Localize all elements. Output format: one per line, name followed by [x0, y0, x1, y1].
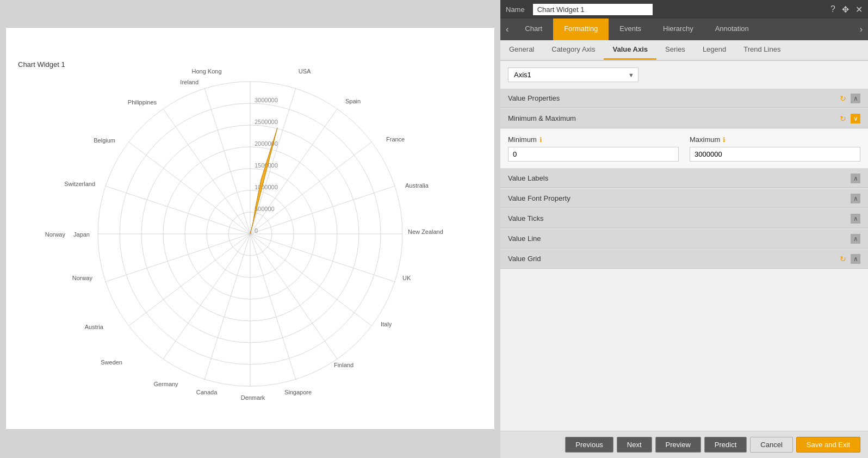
refresh-icon-minmax[interactable]: ↻	[840, 114, 846, 123]
collapse-btn-grid[interactable]: ∧	[851, 254, 860, 264]
close-icon[interactable]: ✕	[855, 4, 863, 15]
tab-annotation[interactable]: Annotation	[704, 18, 760, 40]
axis-select[interactable]: Axis1	[508, 67, 638, 82]
svg-text:New Zealand: New Zealand	[408, 228, 443, 235]
svg-text:Italy: Italy	[381, 321, 392, 327]
collapse-btn-line[interactable]: ∧	[851, 234, 860, 244]
svg-text:Hong Kong: Hong Kong	[191, 68, 221, 75]
minimum-field: Minimum ℹ	[508, 135, 679, 162]
right-panel: Name ? ✥ ✕ ‹ Chart Formatting Events Hie…	[500, 0, 868, 458]
svg-line-9	[250, 109, 337, 234]
svg-line-14	[250, 234, 371, 325]
minimum-label: Minimum ℹ	[508, 135, 679, 144]
tab-chart[interactable]: Chart	[514, 18, 553, 40]
collapse-btn-labels[interactable]: ∧	[851, 174, 860, 183]
next-button[interactable]: Next	[617, 437, 652, 453]
axis-selector: Axis1	[500, 61, 868, 89]
collapse-btn-minmax[interactable]: ∨	[851, 114, 860, 123]
svg-text:Ireland: Ireland	[180, 79, 199, 85]
section-icons-grid: ↻ ∧	[840, 254, 860, 264]
minmax-row: Minimum ℹ Maximum ℹ	[508, 135, 860, 162]
tab-arrow-right[interactable]: ›	[854, 18, 868, 40]
predict-button[interactable]: Predict	[704, 437, 747, 453]
header-icons: ? ✥ ✕	[830, 4, 863, 15]
section-value-line[interactable]: Value Line ∧	[500, 229, 868, 249]
svg-text:1000000: 1000000	[255, 184, 278, 190]
sections: Value Properties ↻ ∧ Minimum & Maximum ↻…	[500, 89, 868, 431]
section-value-font[interactable]: Value Font Property ∧	[500, 189, 868, 208]
minimum-input[interactable]	[508, 147, 679, 162]
refresh-icon-value-props[interactable]: ↻	[840, 94, 846, 103]
svg-line-13	[250, 234, 395, 282]
svg-line-19	[163, 234, 250, 359]
section-value-properties[interactable]: Value Properties ↻ ∧	[500, 89, 868, 108]
svg-text:France: France	[386, 136, 405, 143]
tab2-trend-lines[interactable]: Trend Lines	[735, 40, 789, 60]
section-icons-ticks: ∧	[851, 214, 860, 224]
svg-text:Norway: Norway	[45, 231, 66, 238]
svg-line-24	[129, 143, 250, 234]
tab2-category-axis[interactable]: Category Axis	[543, 40, 604, 60]
svg-line-25	[163, 109, 250, 234]
panel-footer: Previous Next Preview Predict Cancel Sav…	[500, 431, 868, 458]
refresh-icon-grid[interactable]: ↻	[840, 255, 846, 263]
name-label: Name	[506, 5, 525, 14]
tab2-series[interactable]: Series	[656, 40, 694, 60]
svg-text:Australia: Australia	[405, 182, 429, 189]
section-value-grid[interactable]: Value Grid ↻ ∧	[500, 249, 868, 269]
chart-container: Chart Widget 1	[5, 27, 495, 430]
tab2-value-axis[interactable]: Value Axis	[604, 40, 656, 60]
svg-text:500000: 500000	[255, 206, 275, 212]
help-icon[interactable]: ?	[830, 4, 835, 15]
svg-text:UK: UK	[402, 275, 411, 281]
svg-text:Japan: Japan	[73, 231, 90, 238]
tab2-legend[interactable]: Legend	[694, 40, 735, 60]
previous-button[interactable]: Previous	[565, 437, 613, 453]
maximum-info-icon[interactable]: ℹ	[723, 136, 726, 144]
svg-text:0: 0	[255, 227, 258, 234]
maximum-input[interactable]	[690, 147, 860, 162]
tabs-row2: General Category Axis Value Axis Series …	[500, 40, 868, 61]
cancel-button[interactable]: Cancel	[750, 437, 792, 453]
collapse-btn-ticks[interactable]: ∧	[851, 214, 860, 224]
svg-text:Norway: Norway	[72, 275, 93, 281]
tab-formatting[interactable]: Formatting	[553, 18, 609, 40]
minmax-content: Minimum ℹ Maximum ℹ	[500, 129, 868, 169]
tabs-row1: ‹ Chart Formatting Events Hierarchy Anno…	[500, 18, 868, 40]
maximum-field: Maximum ℹ	[690, 135, 860, 162]
section-icons-labels: ∧	[851, 174, 860, 183]
svg-text:2000000: 2000000	[255, 140, 278, 147]
svg-text:Sweden: Sweden	[101, 359, 122, 366]
svg-line-23	[106, 186, 250, 234]
chart-panel: Chart Widget 1	[0, 0, 500, 458]
section-value-ticks[interactable]: Value Ticks ∧	[500, 209, 868, 228]
section-icons-font: ∧	[851, 194, 860, 203]
section-minimum-maximum[interactable]: Minimum & Maximum ↻ ∨	[500, 109, 868, 128]
collapse-btn-font[interactable]: ∧	[851, 194, 860, 203]
collapse-btn-value-props[interactable]: ∧	[851, 94, 860, 103]
widget-name-input[interactable]	[533, 4, 653, 15]
tab-arrow-left[interactable]: ‹	[500, 18, 514, 40]
tab-events[interactable]: Events	[609, 18, 652, 40]
axis-select-wrapper[interactable]: Axis1	[508, 67, 638, 82]
save-exit-button[interactable]: Save and Exit	[796, 437, 860, 453]
svg-text:Switzerland: Switzerland	[64, 181, 95, 187]
move-icon[interactable]: ✥	[842, 4, 849, 15]
svg-text:USA: USA	[299, 68, 311, 75]
tab2-general[interactable]: General	[500, 40, 543, 60]
minimum-info-icon[interactable]: ℹ	[540, 136, 542, 144]
tab-hierarchy[interactable]: Hierarchy	[652, 18, 704, 40]
svg-line-15	[250, 234, 337, 359]
preview-button[interactable]: Preview	[655, 437, 701, 453]
svg-line-16	[250, 234, 296, 380]
svg-text:Austria: Austria	[85, 324, 104, 330]
svg-text:Singapore: Singapore	[284, 389, 312, 395]
panel-header: Name ? ✥ ✕	[500, 0, 868, 18]
section-icons: ↻ ∧	[840, 94, 860, 103]
svg-text:Belgium: Belgium	[94, 137, 115, 144]
svg-text:3000000: 3000000	[255, 97, 278, 103]
section-icons-line: ∧	[851, 234, 860, 244]
section-value-labels[interactable]: Value Labels ∧	[500, 169, 868, 188]
section-icons-minmax: ↻ ∨	[840, 114, 860, 123]
svg-line-21	[106, 234, 250, 282]
